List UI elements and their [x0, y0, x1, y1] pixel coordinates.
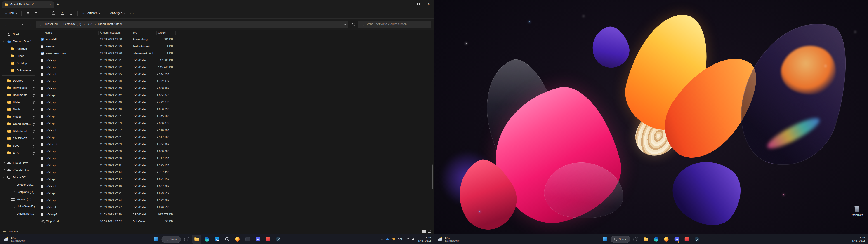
file-row-x64h-rpf[interactable]: x64h.rpf11.03.2023 21:48RPF-Datei1.656.7… — [39, 106, 434, 113]
file-row-x64a-rpf[interactable]: x64a.rpf11.03.2023 21:31RPF-Datei47.566 … — [39, 57, 434, 64]
taskbar-app-explorer[interactable] — [192, 235, 202, 244]
sidebar-item-grand-theft[interactable]: Grand Theft ... — [1, 120, 37, 128]
copy-button[interactable] — [33, 9, 41, 17]
sidebar-item-desktop[interactable]: Desktop — [1, 60, 37, 67]
address-bar[interactable]: Dieser PC›Festplatte (D:)›GTA›Grand Thef… — [36, 21, 348, 28]
taskbar-app-discord[interactable] — [253, 235, 262, 244]
file-row-x64r-rpf[interactable]: x64r.rpf11.03.2023 22:17RPF-Datei1.671.1… — [39, 176, 434, 183]
file-row-uninstall[interactable]: uninstall12.03.2023 12:30Anwendung664 KB — [39, 36, 434, 43]
sidebar-item-downloads[interactable]: Downloads — [1, 84, 37, 92]
file-row-x64j-rpf[interactable]: x64j.rpf11.03.2023 21:53RPF-Datei2.060.0… — [39, 120, 434, 127]
paste-button[interactable] — [41, 9, 49, 17]
sidebar-item-lokaler-datent[interactable]: Lokaler Datent... — [1, 181, 37, 188]
chevron-right-icon[interactable] — [3, 170, 6, 171]
file-row-x64t-rpf[interactable]: x64t.rpf11.03.2023 22:21RPF-Datei1.879.5… — [39, 190, 434, 197]
taskbar-app-edge[interactable] — [652, 235, 661, 244]
sidebar-item-anlagen[interactable]: Anlagen — [1, 45, 37, 53]
vertical-scrollbar[interactable] — [432, 36, 434, 228]
file-row-x64p-rpf[interactable]: x64p.rpf11.03.2023 22:11RPF-Datei1.395.1… — [39, 162, 434, 169]
taskbar-app-firefox[interactable] — [233, 235, 242, 244]
taskbar-clock[interactable]: 19:29 12.03.2023 — [418, 236, 431, 243]
sidebar-item-gta[interactable]: GTA — [1, 149, 37, 157]
start-button[interactable] — [600, 235, 610, 244]
start-button[interactable] — [151, 235, 160, 244]
taskbar-app-app-dark[interactable] — [243, 235, 252, 244]
wifi-icon[interactable] — [406, 238, 409, 240]
column-header-typ[interactable]: Typ — [131, 31, 157, 35]
close-button[interactable]: × — [424, 0, 434, 8]
file-row-version[interactable]: version11.03.2023 21:30Textdokument1 KB — [39, 43, 434, 50]
new-tab-button[interactable]: + — [55, 2, 61, 7]
forward-button[interactable]: → — [11, 21, 18, 28]
security-tray-icon[interactable] — [393, 238, 395, 241]
chevron-down-icon[interactable] — [3, 41, 6, 42]
file-row-x64g-rpf[interactable]: x64g.rpf11.03.2023 21:46RPF-Datei2.492.7… — [39, 99, 434, 106]
explorer-tab[interactable]: Grand Theft Auto V × — [2, 1, 54, 8]
sidebar-item-timon-pers-n[interactable]: Timon – Persön... — [1, 38, 37, 45]
cut-button[interactable] — [24, 9, 32, 17]
address-dropdown-button[interactable] — [344, 23, 346, 26]
file-row-x64b-rpf[interactable]: x64b.rpf11.03.2023 21:32RPF-Datei145.946… — [39, 64, 434, 71]
sidebar-item-unionsine-f[interactable]: UnionSine (F:) — [1, 203, 37, 210]
view-button[interactable]: Anzeigen — [103, 10, 127, 16]
taskbar-app-app-red[interactable] — [682, 235, 691, 244]
onedrive-tray-icon[interactable] — [386, 238, 389, 241]
sidebar-item-musik[interactable]: Musik — [1, 106, 37, 113]
file-row-x64k-rpf[interactable]: x64k.rpf11.03.2023 21:57RPF-Datei2.310.2… — [39, 127, 434, 134]
taskbar-app-explorer[interactable] — [642, 235, 651, 244]
file-row-x64m-rpf[interactable]: x64m.rpf11.03.2023 22:03RPF-Datei1.764.8… — [39, 141, 434, 148]
hidden-icons-button[interactable] — [381, 238, 383, 241]
refresh-button[interactable] — [350, 21, 357, 28]
sidebar-item-desktop[interactable]: Desktop — [1, 77, 37, 84]
taskbar-clock[interactable]: 19:29 12.03.2023 — [852, 236, 865, 243]
share-button[interactable] — [58, 9, 66, 17]
taskbar-search[interactable]: Suche — [611, 236, 630, 243]
file-row-x64i-rpf[interactable]: x64i.rpf11.03.2023 21:51RPF-Datei1.745.1… — [39, 113, 434, 120]
breadcrumb-grand-theft-auto-v[interactable]: Grand Theft Auto V — [96, 22, 124, 27]
file-row-xinput1-4[interactable]: Xinput1_416.03.2021 15:52DLL-Datei34 KB — [39, 218, 434, 225]
taskbar-app-store[interactable] — [213, 235, 222, 244]
taskbar-app-app-red[interactable] — [264, 235, 273, 244]
delete-button[interactable] — [67, 9, 75, 17]
sidebar-item-dokumente[interactable]: Dokumente — [1, 67, 37, 74]
new-button[interactable]: + Neu — [3, 9, 19, 17]
breadcrumb-gta[interactable]: GTA — [85, 22, 94, 27]
recycle-bin[interactable]: Papierkorb — [849, 205, 864, 216]
breadcrumb-festplatte-d[interactable]: Festplatte (D:) — [62, 22, 83, 27]
file-row-x64v-rpf[interactable]: x64v.rpf11.03.2023 22:27RPF-Datei1.896.5… — [39, 204, 434, 211]
language-indicator[interactable]: DEU — [398, 238, 403, 241]
scrollbar-thumb[interactable] — [432, 164, 433, 189]
file-row-x64u-rpf[interactable]: x64u.rpf11.03.2023 22:24RPF-Datei1.322.6… — [39, 197, 434, 204]
taskbar-app-firefox[interactable] — [662, 235, 671, 244]
minimize-button[interactable] — [403, 0, 413, 8]
sidebar-item-icloud-drive[interactable]: iCloud Drive — [1, 159, 37, 167]
column-header-gr-e[interactable]: Größe — [157, 31, 176, 35]
taskbar-weather[interactable]: 8°C Stark bewölkt — [2, 236, 27, 243]
file-row-x64f-rpf[interactable]: x64f.rpf11.03.2023 21:42RPF-Datei1.004.6… — [39, 92, 434, 99]
file-row-x64d-rpf[interactable]: x64d.rpf11.03.2023 21:38RPF-Datei1.782.3… — [39, 78, 434, 85]
sidebar-item-dokumente[interactable]: Dokumente — [1, 92, 37, 99]
sidebar-item-icloud-fotos[interactable]: iCloud-Fotos — [1, 167, 37, 174]
volume-icon[interactable] — [412, 238, 415, 241]
column-header-name[interactable]: Name — [39, 31, 98, 35]
sidebar-item-bilder[interactable]: Bilder — [1, 53, 37, 60]
sidebar-item-start[interactable]: Start — [1, 31, 37, 38]
maximize-button[interactable] — [413, 0, 424, 8]
taskbar-app-task-view[interactable] — [631, 235, 640, 244]
sort-button[interactable]: ↑↓ Sortieren — [80, 10, 103, 16]
taskbar-app-discord[interactable] — [672, 235, 681, 244]
sidebar-item-bildschirmfo[interactable]: Bildschirmfo... — [1, 128, 37, 135]
file-row-x64q-rpf[interactable]: x64q.rpf11.03.2023 22:14RPF-Datei2.757.4… — [39, 169, 434, 176]
recent-locations-button[interactable] — [19, 21, 26, 28]
chevron-down-icon[interactable] — [3, 177, 6, 178]
more-options-button[interactable]: ··· — [128, 9, 136, 17]
rename-button[interactable] — [50, 9, 58, 17]
file-row-x64c-rpf[interactable]: x64c.rpf11.03.2023 21:35RPF-Datei2.144.7… — [39, 71, 434, 78]
sidebar-item-dieser-pc[interactable]: Dieser PC — [1, 174, 37, 181]
taskbar-app-steam[interactable] — [692, 235, 702, 244]
details-view-button[interactable] — [423, 230, 426, 233]
explorer-search-input[interactable] — [366, 23, 429, 26]
taskbar-app-settings[interactable] — [223, 235, 232, 244]
tab-close-icon[interactable]: × — [49, 3, 52, 6]
taskbar-app-edge[interactable] — [203, 235, 212, 244]
